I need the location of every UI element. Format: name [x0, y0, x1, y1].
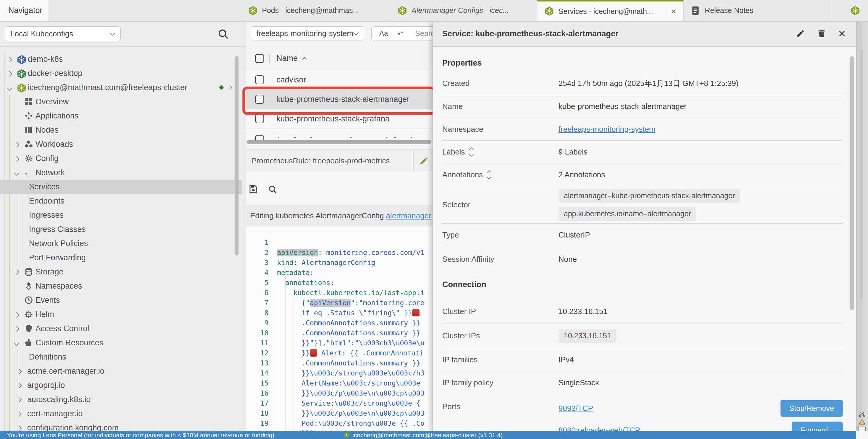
sidebar-item-demo-k8s[interactable]: demo-k8s: [0, 52, 242, 66]
delete-trash-icon[interactable]: [817, 29, 826, 38]
detail-row-label: Ports: [442, 394, 558, 411]
row-checkbox[interactable]: [255, 75, 264, 84]
sort-ascending-icon[interactable]: [302, 57, 307, 62]
tab[interactable]: Release Notes: [684, 0, 831, 21]
drawer-scrollbar[interactable]: [850, 56, 854, 310]
chevron-right-icon[interactable]: [14, 142, 19, 147]
sidebar-item-ingress-classes[interactable]: Ingress Classes: [0, 222, 242, 236]
stop-remove-button[interactable]: Stop/Remove: [780, 400, 843, 417]
code-line: 9 .CommonAnnotations.summary }}: [246, 308, 433, 318]
namespace-select[interactable]: freeleaps-monitoring-system: [251, 26, 364, 40]
active-cluster-label[interactable]: icecheng@mathmast.com@freeleaps-cluster …: [352, 431, 503, 439]
detail-value: SingleStack: [558, 378, 599, 387]
select-all-checkbox[interactable]: [255, 54, 264, 63]
detail-row-value: kube-prometheus-stack-alertmanager: [558, 102, 687, 111]
sidebar-item-services[interactable]: Services: [0, 180, 242, 194]
tab[interactable]: [846, 0, 868, 21]
sidebar-item-autoscaling-k8s-io[interactable]: autoscaling.k8s.io: [0, 392, 242, 406]
code-line: 20 Severity:\u003c/strong\u003e: [246, 418, 433, 428]
kubeconfig-select[interactable]: Local Kubeconfigs: [5, 26, 121, 41]
detail-row-cluster-ip: Cluster IP 10.233.16.151: [442, 300, 843, 323]
code-line: 18 Pod:\u003c/strong\u003e {{ .Co: [246, 398, 433, 408]
sidebar-item-storage[interactable]: Storage: [0, 265, 242, 279]
tab[interactable]: Services - icecheng@math... ×: [537, 0, 684, 21]
search-icon[interactable]: [217, 28, 229, 40]
tab[interactable]: Pods - icecheng@mathmas...: [241, 0, 390, 21]
sidebar-scrollbar[interactable]: [235, 56, 239, 256]
sidebar-item-workloads[interactable]: Workloads: [0, 137, 242, 151]
sidebar-item-acme-cert-manager-io[interactable]: acme.cert-manager.io: [0, 364, 242, 378]
yaml-editor[interactable]: 1 apiVersion: monitoring.coreos.com/v1 2…: [246, 226, 433, 431]
editing-resource-link[interactable]: alertmanager: [386, 211, 431, 220]
sidebar-item-endpoints[interactable]: Endpoints: [0, 194, 242, 208]
chevron-right-icon[interactable]: [16, 369, 22, 374]
edit-pencil-icon[interactable]: [419, 156, 429, 165]
sidebar-item-namespaces[interactable]: Namespaces: [0, 279, 242, 293]
chevron-right-icon[interactable]: [14, 312, 19, 317]
table-row-partial[interactable]: [246, 129, 433, 140]
detail-row-name: Name kube-prometheus-stack-alertmanager: [442, 95, 843, 117]
tab-label: Alertmanager Configs - icec...: [411, 6, 530, 15]
match-case-icon[interactable]: Aa: [379, 29, 388, 37]
chevron-right-icon[interactable]: [14, 156, 19, 161]
sidebar-item-overview[interactable]: Overview: [0, 95, 242, 109]
sidebar-item-ingresses[interactable]: Ingresses: [0, 208, 242, 222]
row-checkbox[interactable]: [255, 135, 264, 140]
sidebar-item-definitions[interactable]: Definitions: [0, 350, 242, 364]
sidebar-item-helm[interactable]: Helm: [0, 307, 242, 322]
sidebar-item-icecheng-mathmast-com-freeleaps-cluster[interactable]: icecheng@mathmast.com@freeleaps-cluster: [0, 80, 242, 95]
sort-toggle-icon[interactable]: [470, 148, 473, 156]
chevron-right-icon[interactable]: [16, 383, 22, 388]
horizontal-scrollbar[interactable]: [247, 140, 431, 143]
save-icon[interactable]: [248, 184, 258, 194]
forward--button[interactable]: Forward...: [792, 421, 843, 431]
sidebar-item-applications[interactable]: Applications: [0, 109, 242, 123]
chevron-right-icon[interactable]: [7, 71, 12, 76]
namespace-link[interactable]: freeleaps-monitoring-system: [558, 125, 655, 134]
chevron-right-icon[interactable]: [14, 269, 19, 275]
detail-row-annotations: Annotations 2 Annotations: [442, 163, 843, 186]
chevron-right-icon[interactable]: [16, 397, 22, 402]
editing-status-bar: Editing kubernetes AlertmanagerConfig al…: [246, 205, 433, 226]
chevron-right-icon[interactable]: [7, 57, 12, 62]
detail-value: kube-prometheus-stack-alertmanager: [558, 102, 687, 111]
sidebar-item-nodes[interactable]: Nodes: [0, 123, 242, 137]
prometheusrule-dock-tab[interactable]: PrometheusRule: freepeals-prod-metrics: [246, 149, 433, 172]
row-checkbox[interactable]: [255, 114, 264, 123]
chevron-down-icon[interactable]: [14, 340, 19, 346]
sidebar-item-label: icecheng@mathmast.com@freeleaps-cluster: [28, 80, 187, 95]
chevron-right-icon[interactable]: [228, 86, 232, 90]
nodes-icon: [24, 126, 33, 134]
sidebar-item-network[interactable]: Network ↑↓: [0, 165, 242, 180]
detail-value: 10.233.16.151: [558, 307, 608, 316]
sort-toggle-icon[interactable]: [488, 171, 491, 179]
sidebar-item-port-forwarding[interactable]: Port Forwarding: [0, 250, 242, 265]
detail-row-value: 2 Annotations: [558, 170, 605, 179]
regex-icon[interactable]: ▪*: [398, 29, 403, 37]
sidebar-item-events[interactable]: Events: [0, 293, 242, 307]
sidebar-item-docker-desktop[interactable]: docker-desktop: [0, 66, 242, 80]
chevron-right-icon[interactable]: [16, 426, 22, 431]
close-icon[interactable]: ×: [838, 28, 845, 40]
detail-row-value: ClusterIP: [558, 230, 590, 240]
chevron-right-icon[interactable]: [16, 411, 22, 416]
port-link[interactable]: 8080:reloader-web/TCP: [558, 426, 640, 431]
editor-search-icon[interactable]: [268, 184, 277, 194]
edit-pencil-icon[interactable]: [796, 29, 805, 38]
chevron-down-icon[interactable]: [7, 85, 12, 91]
chevron-right-icon[interactable]: [14, 326, 19, 332]
sidebar-item-custom-resources[interactable]: Custom Resources: [0, 336, 242, 350]
sidebar-item-access-control[interactable]: Access Control: [0, 322, 242, 336]
chevron-down-icon[interactable]: [14, 170, 19, 175]
sidebar-item-cert-manager-io[interactable]: cert-manager.io: [0, 406, 242, 421]
sidebar-item-config[interactable]: Config: [0, 151, 242, 165]
sidebar-item-label: Network Policies: [29, 236, 88, 250]
name-column-header[interactable]: Name: [276, 46, 298, 70]
port-link[interactable]: 9093/TCP: [558, 404, 593, 413]
sidebar-item-configuration-konghq-com[interactable]: configuration.konghq.com: [0, 421, 242, 431]
tab-close-icon[interactable]: ×: [671, 7, 676, 16]
sidebar-item-network-policies[interactable]: Network Policies: [0, 236, 242, 250]
tab[interactable]: Alertmanager Configs - icec...: [390, 0, 537, 21]
sidebar-item-argoproj-io[interactable]: argoproj.io: [0, 378, 242, 392]
search-box[interactable]: Aa ▪* Search: [371, 26, 433, 40]
